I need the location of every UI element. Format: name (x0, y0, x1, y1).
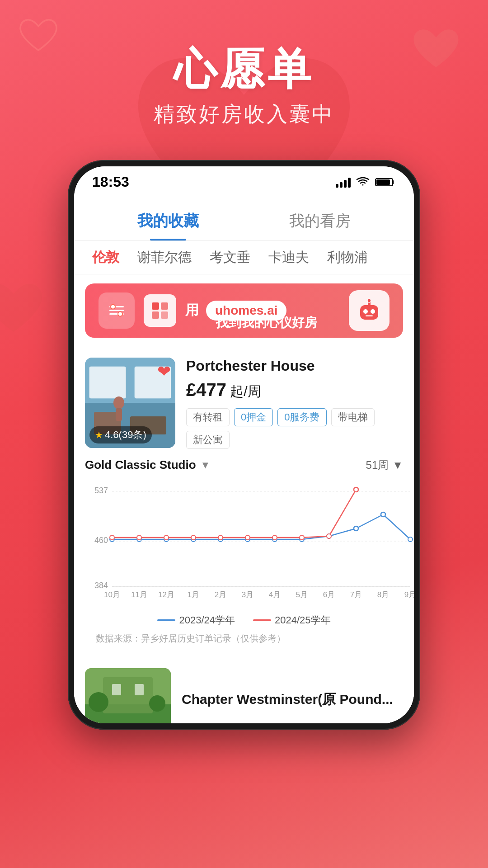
tag-new: 新公寓 (186, 431, 230, 449)
tag-transfer: 有转租 (186, 408, 230, 426)
svg-point-57 (137, 535, 141, 540)
svg-text:1月: 1月 (188, 590, 199, 599)
svg-text:2月: 2月 (215, 590, 226, 599)
phone-outer: 18:53 (68, 160, 420, 730)
tag-service: 0服务费 (277, 408, 326, 426)
svg-text:4月: 4月 (269, 590, 281, 599)
svg-point-13 (371, 309, 375, 314)
city-london[interactable]: 伦敦 (92, 248, 119, 267)
svg-point-55 (408, 537, 413, 542)
header-area: 心愿单 精致好房收入囊中 (0, 0, 488, 128)
room-type-dropdown-icon: ▼ (201, 459, 211, 471)
city-sheffield[interactable]: 谢菲尔德 (137, 248, 192, 267)
svg-point-53 (354, 526, 358, 531)
svg-rect-14 (366, 315, 373, 316)
status-time: 18:53 (92, 174, 129, 190)
data-source-note: 数据来源：异乡好居历史订单记录（仅供参考） (85, 627, 403, 650)
legend-label-2023: 2023/24学年 (179, 613, 235, 627)
svg-point-58 (164, 535, 169, 540)
tabs: 我的收藏 我的看房 (74, 198, 414, 241)
legend-2024: 2024/25学年 (253, 613, 331, 627)
svg-rect-70 (135, 684, 144, 695)
svg-text:6月: 6月 (323, 590, 335, 599)
room-type-selector[interactable]: Gold Classic Studio ▼ (85, 458, 210, 472)
svg-point-62 (272, 535, 277, 540)
svg-point-56 (110, 535, 114, 540)
tag-deposit: 0押金 (234, 408, 273, 426)
city-coventry[interactable]: 考文垂 (210, 248, 250, 267)
phone-mockup: 18:53 (0, 160, 488, 730)
svg-rect-10 (161, 311, 168, 319)
svg-text:537: 537 (94, 486, 108, 495)
phone-content: 我的收藏 我的看房 伦敦 谢菲尔德 考文垂 卡迪夫 利物浦 (74, 198, 414, 723)
property-card-2[interactable]: Chapter Westminster(原 Pound... (74, 657, 414, 723)
price-chart: 537 460 384 10月 11月 (85, 480, 403, 608)
svg-text:8月: 8月 (377, 590, 389, 599)
svg-point-59 (191, 535, 196, 540)
svg-point-54 (381, 512, 385, 517)
tab-favorites[interactable]: 我的收藏 (92, 198, 244, 241)
svg-point-61 (245, 535, 250, 540)
svg-point-63 (300, 535, 304, 540)
svg-text:5月: 5月 (296, 590, 308, 599)
svg-point-64 (327, 534, 331, 538)
svg-point-71 (89, 692, 108, 712)
room-type-label: Gold Classic Studio (85, 458, 196, 472)
banner-robot-icon (349, 290, 389, 331)
svg-point-16 (367, 299, 371, 302)
svg-point-23 (113, 396, 124, 409)
ai-banner[interactable]: 用 uhomes.ai 找到我的心仪好房 (85, 283, 403, 338)
tag-elevator: 带电梯 (331, 408, 375, 426)
legend-label-2024: 2024/25学年 (275, 613, 331, 627)
property-name-1: Portchester House (186, 358, 403, 374)
legend-dot-2023 (157, 619, 175, 621)
property-info-2: Chapter Westminster(原 Pound... (182, 690, 393, 709)
svg-rect-8 (161, 302, 168, 310)
tab-visits[interactable]: 我的看房 (244, 198, 396, 241)
week-selector[interactable]: 51周 ▼ (366, 458, 403, 472)
chart-legend: 2023/24学年 2024/25学年 (85, 613, 403, 627)
svg-text:9月: 9月 (404, 590, 414, 599)
svg-text:3月: 3月 (242, 590, 253, 599)
property-image-2 (85, 668, 171, 723)
property-card-1[interactable]: ❤ ★ 4.6(39条) Portchester House £477 起/周 (74, 347, 414, 650)
page-subtitle: 精致好房收入囊中 (0, 100, 488, 128)
status-bar: 18:53 (74, 166, 414, 198)
property-rating: ★ 4.6(39条) (89, 426, 152, 443)
banner-grid-icon (144, 294, 176, 327)
svg-rect-68 (103, 677, 153, 713)
svg-rect-24 (116, 408, 122, 421)
week-dropdown-icon: ▼ (392, 459, 403, 472)
property-favorite-icon[interactable]: ❤ (157, 362, 171, 381)
property-name-2: Chapter Westminster(原 Pound... (182, 690, 393, 709)
svg-rect-69 (112, 684, 121, 695)
svg-rect-11 (360, 305, 378, 320)
status-icons (336, 177, 396, 188)
page-title: 心愿单 (0, 45, 488, 93)
svg-rect-9 (152, 311, 159, 319)
svg-point-65 (354, 487, 358, 492)
city-cardiff[interactable]: 卡迪夫 (268, 248, 309, 267)
svg-text:384: 384 (94, 581, 108, 590)
city-liverpool[interactable]: 利物浦 (327, 248, 368, 267)
svg-rect-7 (152, 302, 159, 310)
phone-inner: 18:53 (74, 166, 414, 723)
svg-text:460: 460 (94, 536, 108, 545)
property-info-1: Portchester House £477 起/周 有转租 0押金 0服务费 … (186, 358, 403, 449)
svg-text:10月: 10月 (104, 590, 120, 599)
week-label: 51周 (366, 458, 389, 472)
property-tags-1: 有转租 0押金 0服务费 带电梯 新公寓 (186, 408, 403, 449)
property-price-1: £477 起/周 (186, 380, 403, 401)
price-amount-1: £477 (186, 380, 226, 400)
banner-desc: 找到我的心仪好房 (216, 316, 317, 330)
signal-icon (336, 177, 351, 188)
wifi-icon (356, 177, 370, 188)
svg-point-72 (149, 695, 165, 712)
svg-rect-3 (109, 310, 124, 311)
property-image-1: ❤ ★ 4.6(39条) (85, 358, 175, 448)
svg-point-60 (218, 535, 223, 540)
svg-point-6 (118, 311, 122, 316)
svg-rect-19 (89, 367, 126, 398)
svg-text:11月: 11月 (131, 590, 147, 599)
svg-text:7月: 7月 (350, 590, 362, 599)
